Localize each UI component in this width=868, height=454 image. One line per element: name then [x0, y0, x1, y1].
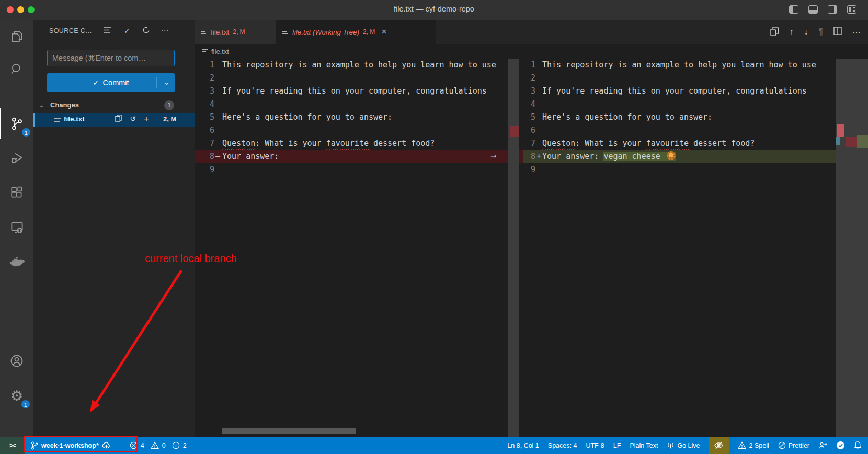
- more-actions-icon[interactable]: ⋯: [852, 27, 861, 37]
- text-file-icon: [282, 29, 289, 36]
- notifications-bell-icon[interactable]: [854, 441, 862, 450]
- line-number: 9: [523, 163, 535, 176]
- diff-pane-original[interactable]: 1This repository is an example to help y…: [195, 59, 523, 437]
- diff-pane-modified[interactable]: 1This repository is an example to help y…: [523, 59, 868, 437]
- toggle-panel-icon[interactable]: [808, 5, 818, 14]
- go-live-item[interactable]: Go Live: [667, 441, 700, 449]
- tab-file-txt-working-tree[interactable]: file.txt (Working Tree) 2, M ×: [276, 20, 436, 44]
- scm-badge: 1: [21, 128, 31, 137]
- cursor-position-item[interactable]: Ln 8, Col 1: [507, 442, 539, 449]
- info-icon: [172, 441, 180, 449]
- diff-change-arrow-icon[interactable]: →: [490, 150, 496, 161]
- changed-file-row[interactable]: file.txt ↺ + 2, M: [33, 113, 195, 127]
- code-line: 5Here's a question for you to answer:: [195, 111, 523, 124]
- scm-graph-icon[interactable]: [101, 26, 113, 35]
- more-actions-icon[interactable]: ⋯: [159, 26, 170, 36]
- previous-change-icon[interactable]: ↑: [789, 27, 793, 37]
- line-number: 8: [523, 150, 535, 163]
- indentation-item[interactable]: Spaces: 4: [548, 442, 577, 449]
- line-text: This repository is an example to help yo…: [542, 59, 816, 72]
- activity-bar: 1 ⚙ 1: [0, 20, 33, 437]
- docker-icon[interactable]: [0, 249, 33, 274]
- horizontal-scrollbar[interactable]: [222, 428, 356, 434]
- encoding-item[interactable]: UTF-8: [586, 442, 604, 449]
- explorer-icon[interactable]: [0, 24, 33, 49]
- tracking-check-icon[interactable]: [836, 441, 845, 450]
- open-file-icon[interactable]: [113, 115, 123, 123]
- code-line: 3If you're reading this on your computer…: [195, 85, 523, 98]
- render-whitespace-icon[interactable]: ¶: [818, 27, 823, 37]
- line-number: 9: [195, 163, 214, 176]
- deleted-ruler-mark: [846, 137, 857, 147]
- extensions-icon[interactable]: [0, 180, 33, 205]
- text-segment: Your answer:: [542, 152, 603, 161]
- commit-button[interactable]: ✓ Commit ⌄: [47, 73, 175, 92]
- source-control-icon[interactable]: 1: [0, 111, 33, 136]
- code-line: 7Queston: What is your favourite dessert…: [195, 137, 523, 150]
- source-control-sidebar: SOURCE C… ✓ ⋯ ✓ Commit ⌄ ⌄ Changes 1 fil…: [33, 20, 195, 437]
- open-changes-icon[interactable]: [770, 27, 779, 38]
- customize-layout-icon[interactable]: [847, 5, 856, 14]
- code-line: 9: [523, 163, 868, 176]
- change-mark: [837, 124, 844, 137]
- line-number: 5: [523, 111, 535, 124]
- refresh-icon[interactable]: [140, 26, 152, 36]
- diff-sign: –: [215, 150, 220, 163]
- language-mode-item[interactable]: Plain Text: [630, 442, 658, 449]
- next-change-icon[interactable]: ↓: [804, 27, 808, 37]
- breadcrumb[interactable]: file.txt: [195, 44, 868, 59]
- line-number: 3: [523, 85, 535, 98]
- toggle-primary-sidebar-icon[interactable]: [789, 5, 798, 14]
- code-line: 8+Your answer: vegan cheese: [523, 150, 868, 163]
- commit-split-divider: [156, 77, 157, 88]
- publish-sync-icon[interactable]: [102, 441, 111, 449]
- split-editor-icon[interactable]: [833, 27, 842, 37]
- commit-dropdown-icon[interactable]: ⌄: [163, 77, 170, 87]
- code-line: 4: [195, 98, 523, 111]
- changed-file-name: file.txt: [64, 115, 85, 123]
- breadcrumb-file[interactable]: file.txt: [211, 48, 229, 55]
- line-number: 1: [523, 59, 535, 72]
- remote-indicator[interactable]: ><: [0, 437, 25, 454]
- problems-item[interactable]: 4 0 2: [130, 441, 187, 449]
- misspelled-word: favourite: [326, 139, 369, 148]
- right-pane-scrollbar[interactable]: [836, 59, 846, 437]
- commit-message-input[interactable]: [47, 50, 175, 66]
- line-number: 4: [523, 98, 535, 111]
- code-line: 3If you're reading this on your computer…: [523, 85, 868, 98]
- tab-file-txt[interactable]: file.txt 2, M: [195, 20, 276, 44]
- run-debug-icon[interactable]: [0, 145, 33, 171]
- misspelled-word: Queston: [542, 139, 575, 148]
- text-file-icon: [202, 48, 208, 55]
- close-tab-icon[interactable]: ×: [381, 27, 386, 37]
- code-line: 6: [195, 124, 523, 137]
- diff-editor: 1This repository is an example to help y…: [195, 59, 868, 437]
- eol-item[interactable]: LF: [613, 442, 621, 449]
- remote-explorer-icon[interactable]: [0, 214, 33, 240]
- branch-name: week-1-workshop*: [41, 442, 99, 449]
- spell-checker-disabled-item[interactable]: [709, 437, 729, 454]
- eye-off-icon: [714, 441, 724, 450]
- spell-item[interactable]: 2 Spell: [738, 441, 769, 449]
- text-segment: : What is your: [255, 139, 326, 148]
- circle-slash-icon: [778, 441, 786, 449]
- stage-changes-icon[interactable]: +: [141, 115, 152, 124]
- search-icon[interactable]: [0, 56, 33, 82]
- commit-check-icon[interactable]: ✓: [121, 26, 133, 36]
- toggle-secondary-sidebar-icon[interactable]: [828, 5, 837, 14]
- code-line: 1This repository is an example to help y…: [195, 59, 523, 72]
- settings-gear-icon[interactable]: ⚙ 1: [0, 383, 33, 408]
- left-pane-scrollbar[interactable]: [508, 59, 519, 437]
- changes-section-header[interactable]: ⌄ Changes 1: [33, 99, 195, 112]
- line-text: Here's a question for you to answer:: [542, 111, 712, 124]
- git-branch-item[interactable]: week-1-workshop*: [25, 441, 116, 450]
- settings-badge: 1: [21, 400, 30, 409]
- accounts-icon[interactable]: [0, 348, 33, 373]
- window-title: file.txt — cyf-demo-repo: [0, 5, 868, 13]
- errors-icon: [130, 441, 138, 449]
- discard-changes-icon[interactable]: ↺: [128, 115, 138, 123]
- prettier-item[interactable]: Prettier: [778, 441, 809, 449]
- editor-tab-bar: file.txt 2, M file.txt (Working Tree) 2,…: [195, 20, 868, 44]
- feedback-person-icon[interactable]: [818, 441, 827, 449]
- added-ruler-mark: [857, 135, 868, 148]
